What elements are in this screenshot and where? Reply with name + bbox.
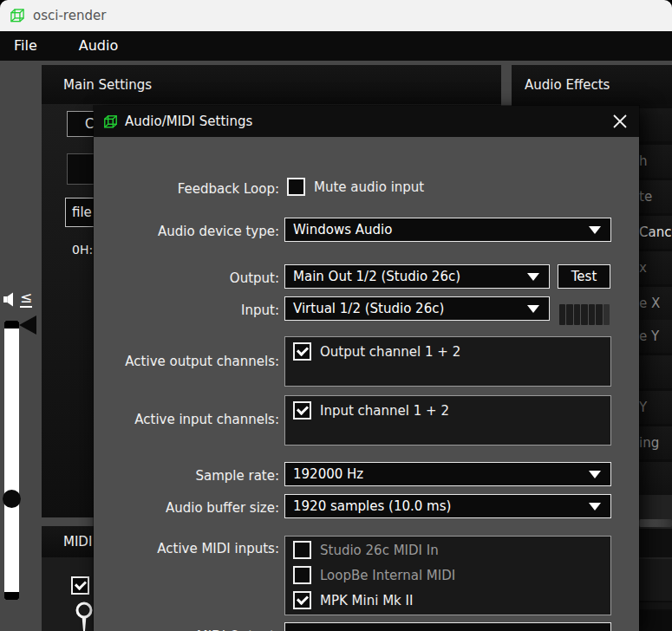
effect-slider-track[interactable] — [639, 519, 672, 527]
input-channel-row: Input channel 1 + 2 — [293, 401, 449, 420]
input-channels-listbox: Input channel 1 + 2 — [284, 395, 611, 446]
audio-effects-header: Audio Effects — [512, 65, 672, 104]
sample-rate-value: 192000 Hz — [293, 466, 363, 482]
active-midi-inputs-label: Active MIDI inputs: — [99, 541, 279, 556]
os-titlebar[interactable]: osci-render — [0, 0, 672, 31]
speaker-icon — [3, 292, 18, 307]
timer-text: 0H: — [72, 243, 93, 257]
volume-slider-track[interactable] — [4, 321, 19, 600]
audio-device-type-label: Audio device type: — [99, 224, 279, 239]
dialog-body: Feedback Loop: Mute audio input Audio de… — [94, 137, 639, 631]
chevron-down-icon — [527, 305, 539, 313]
active-output-channels-label: Active output channels: — [99, 354, 279, 369]
sample-rate-dropdown[interactable]: 192000 Hz — [284, 462, 611, 486]
midi-inputs-listbox: Studio 26c MIDI In LoopBe Internal MIDI … — [284, 536, 611, 615]
meter-segment — [589, 304, 595, 325]
effect-label: Y — [639, 400, 647, 415]
effect-label: h — [639, 153, 648, 169]
audio-device-type-value: Windows Audio — [293, 222, 392, 237]
test-button[interactable]: Test — [558, 264, 610, 289]
meter-segment — [596, 304, 602, 325]
slider-cap-bottom — [4, 592, 19, 600]
output-channel-row: Output channel 1 + 2 — [293, 342, 460, 361]
midi-input-row: Studio 26c MIDI In — [293, 541, 439, 559]
mute-audio-input-label: Mute audio input — [314, 179, 424, 195]
dialog-title: Audio/MIDI Settings — [125, 114, 252, 129]
meter-segment — [581, 304, 587, 325]
effect-label: Cancel — [639, 224, 672, 240]
meter-segment — [603, 304, 610, 325]
volume-level-pointer — [19, 316, 36, 335]
meter-segment — [566, 304, 572, 325]
menu-audio[interactable]: Audio — [65, 31, 132, 61]
output-label: Output: — [99, 270, 279, 286]
audio-device-type-dropdown[interactable]: Windows Audio — [284, 218, 611, 242]
window-title: osci-render — [33, 8, 106, 23]
main-settings-header: Main Settings — [42, 65, 501, 104]
chevron-down-icon — [589, 503, 601, 511]
meter-segment — [574, 304, 580, 325]
midi-input-label: MPK Mini Mk II — [320, 593, 413, 608]
output-channel-checkbox[interactable] — [293, 342, 311, 361]
chevron-down-icon — [527, 273, 539, 281]
dialog-titlebar[interactable]: Audio/MIDI Settings — [94, 106, 639, 137]
audio-buffer-size-value: 1920 samples (10.0 ms) — [293, 498, 451, 514]
midi-input-checkbox[interactable] — [293, 541, 311, 559]
chevron-down-icon — [589, 226, 601, 234]
input-channel-checkbox[interactable] — [293, 401, 311, 420]
audio-midi-settings-dialog: Audio/MIDI Settings Feedback Loop: Mute … — [94, 106, 639, 631]
output-device-dropdown[interactable]: Main Out 1/2 (Studio 26c) — [284, 264, 550, 289]
input-device-value: Virtual 1/2 (Studio 26c) — [293, 301, 444, 316]
midi-input-checkbox[interactable] — [293, 566, 311, 584]
audio-effects-title: Audio Effects — [525, 77, 610, 93]
test-button-label: Test — [571, 269, 597, 284]
chevron-down-icon — [589, 471, 601, 478]
meter-segment — [559, 304, 565, 325]
output-channels-listbox: Output channel 1 + 2 — [284, 336, 611, 387]
audio-buffer-size-dropdown[interactable]: 1920 samples (10.0 ms) — [284, 494, 611, 518]
mute-audio-input-row: Mute audio input — [287, 178, 424, 196]
menubar: File Audio — [0, 31, 672, 61]
main-settings-title: Main Settings — [63, 77, 152, 93]
effect-label: e X — [639, 296, 660, 311]
active-input-channels-label: Active input channels: — [99, 412, 279, 427]
effect-label: ing — [639, 435, 659, 451]
output-device-value: Main Out 1/2 (Studio 26c) — [293, 269, 460, 284]
midi-panel-title: MIDI — [63, 534, 92, 550]
audio-buffer-size-label: Audio buffer size: — [99, 500, 279, 516]
midi-input-row: MPK Mini Mk II — [293, 591, 413, 609]
input-label: Input: — [99, 302, 279, 318]
input-level-meter — [559, 304, 610, 325]
input-channel-label: Input channel 1 + 2 — [320, 403, 449, 419]
midi-enable-checkbox[interactable] — [71, 576, 89, 595]
volume-lte-icon: ≤ — [20, 289, 32, 308]
midi-input-row: LoopBe Internal MIDI — [293, 566, 455, 584]
effect-label: e Y — [639, 329, 659, 344]
menu-file[interactable]: File — [0, 31, 51, 61]
midi-input-label: Studio 26c MIDI In — [320, 543, 439, 558]
sample-rate-label: Sample rate: — [99, 468, 279, 484]
slider-cap-top — [4, 321, 19, 329]
effect-label: te — [639, 189, 652, 205]
file-type-label: file — [72, 205, 92, 220]
feedback-loop-label: Feedback Loop: — [99, 181, 279, 197]
dialog-logo-icon — [102, 114, 119, 130]
midi-input-label: LoopBe Internal MIDI — [320, 568, 455, 583]
midi-output-dropdown[interactable] — [284, 622, 611, 631]
effect-label: x — [639, 260, 647, 276]
output-channel-label: Output channel 1 + 2 — [320, 344, 460, 360]
osci-render-logo-icon — [9, 7, 26, 24]
app-window: osci-render File Audio Main Settings Cl … — [0, 0, 672, 631]
input-device-dropdown[interactable]: Virtual 1/2 (Studio 26c) — [284, 296, 550, 321]
volume-slider-thumb[interactable] — [3, 490, 21, 508]
midi-input-checkbox[interactable] — [293, 591, 311, 609]
mute-audio-input-checkbox[interactable] — [287, 178, 305, 196]
close-icon[interactable] — [612, 114, 628, 129]
